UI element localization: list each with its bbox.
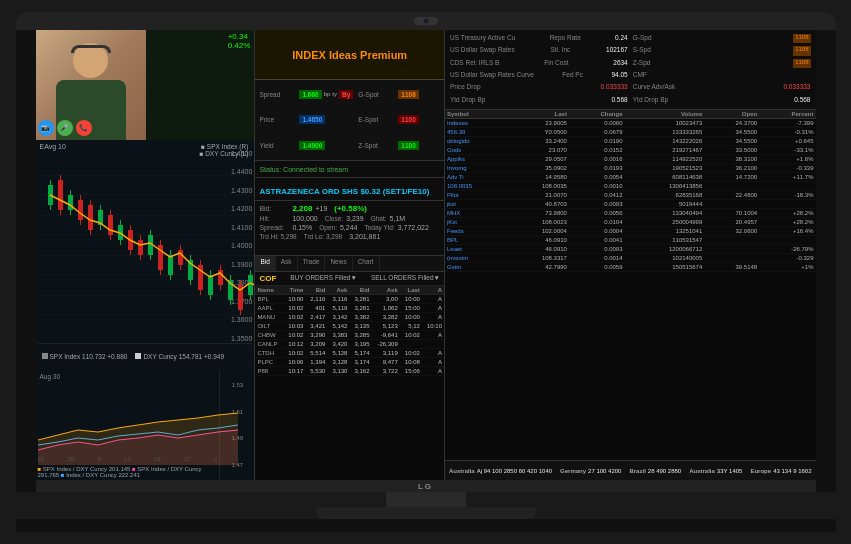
tab-chart[interactable]: Chart: [353, 256, 380, 271]
cof-row-plpc: PLPC10:061,3943,1283,1749,47710:08A: [255, 358, 444, 367]
candlestick-svg: [40, 155, 255, 355]
camera-control-btn[interactable]: 📷: [38, 120, 54, 136]
stock-row: Gstm42.79900.005915051567439.5148+1%: [445, 263, 816, 272]
screen-content: 📷 🎤 📞 +0.340.42% EAvg 10: [36, 30, 816, 480]
index-header: INDEX Ideas Premium: [255, 30, 444, 80]
stock-row: Gods23.0700.015221927146733.5000-33.1%: [445, 146, 816, 155]
stock-row: 456.39Y0.05000.067913333326534.5500-0.31…: [445, 128, 816, 137]
cof-row-bpl: BPL10:002,1163,1163,2813,0010:00A: [255, 295, 444, 304]
indicator-spx: SPX Index 110.732 +0.880: [42, 353, 128, 360]
monitor-bezel-top: [16, 12, 836, 30]
stock-row: (nvestm108.33170.0014102140005-0.329: [445, 254, 816, 263]
right-top-info: US Treasury Active Cu Repo Rate 0.24 G-S…: [445, 30, 816, 110]
bottom-charts: Aug 30 212851219272: [36, 370, 255, 480]
stock-table: Symbol Last Change Volume Open Percent: [445, 110, 816, 272]
stock-row: jKst108.00230.010425000499920.4957+28.2%: [445, 218, 816, 227]
monitor-stand: [316, 507, 536, 519]
video-section: 📷 🎤 📞 +0.340.42%: [36, 30, 255, 140]
stock-row: Pilot21.00700.04126283516822.4800-18.3%: [445, 191, 816, 200]
monitor-bottom-bezel: LG: [36, 480, 816, 492]
bottom-chart-left: Aug 30 212851219272: [36, 370, 220, 480]
tab-ask[interactable]: Ask: [276, 256, 298, 271]
video-chart-area: +0.340.42%: [146, 30, 255, 140]
main-chart: EAvg 10 1.4500 1.4400 1.4300 1.4200 1.41…: [36, 140, 255, 370]
tab-trade[interactable]: Trade: [298, 256, 326, 271]
stock-row: oblogido33.24000.019014322202634.5500+0.…: [445, 137, 816, 146]
person-headset: [71, 45, 111, 53]
middle-panel: INDEX Ideas Premium Spread 1.660 bp ty B…: [255, 30, 445, 480]
monitor-screen: 📷 🎤 📞 +0.340.42% EAvg 10: [36, 30, 816, 480]
cof-row-manu: MANU10:022,4173,1423,3823,28210:00A: [255, 313, 444, 322]
lg-logo: LG: [418, 482, 433, 491]
info-row-spread: Spread 1.660 bp ty By: [257, 82, 355, 107]
tabs-row: Bid Ask Trade News Chart: [255, 256, 444, 272]
cof-row-oilt: OILT10:033,4215,1423,1355,1235,1210:10: [255, 322, 444, 331]
mic-control-btn[interactable]: 🎤: [57, 120, 73, 136]
bottom-chart-svg: [38, 380, 258, 465]
stock-row: jkst40.87030.00935019444: [445, 200, 816, 209]
stock-row: Adv Ti14.95800.005460811463814.7200+11.7…: [445, 173, 816, 182]
monitor-outer: 📷 🎤 📞 +0.340.42% EAvg 10: [16, 12, 836, 532]
tab-news[interactable]: News: [325, 256, 352, 271]
chart-delta-label: +0.340.42%: [228, 32, 251, 50]
info-row-yield: Yield 1.4900: [257, 133, 355, 158]
info-row-espot: E-Spot 1100: [356, 108, 442, 133]
ticker-name: ASTRAZENECA ORD SHS $0.32 (SET1/FE10): [259, 187, 429, 196]
stock-row: Leaet46.09100.00931200066712-26.79%: [445, 245, 816, 254]
stock-row: BPL46.09100.0041110531547: [445, 236, 816, 245]
streaming-bar: Status: Connected to stream: [255, 160, 444, 178]
indicator-dxy: DXY Cuncy 154.781 +0.949: [135, 353, 224, 360]
monitor-camera: [414, 17, 438, 25]
stock-row: 108.0035108.00350.00101306413856: [445, 182, 816, 191]
stock-row: Feeds102.00040.00041325104132.0600+16.4%: [445, 227, 816, 236]
monitor-container: 📷 🎤 📞 +0.340.42% EAvg 10: [16, 12, 836, 532]
info-grid: Spread 1.660 bp ty By G-Spot 1108 Price: [255, 80, 444, 160]
end-call-btn[interactable]: 📞: [76, 120, 92, 136]
right-panel: US Treasury Active Cu Repo Rate 0.24 G-S…: [445, 30, 816, 480]
stock-row: Invomg35.09020.019319052152336.2100-0.33…: [445, 164, 816, 173]
left-panel: 📷 🎤 📞 +0.340.42% EAvg 10: [36, 30, 256, 480]
stock-table-section: Symbol Last Change Volume Open Percent: [445, 110, 816, 460]
monitor-foot: [16, 492, 836, 519]
cof-row-canlp: CANLP10:123,2093,4203,195-26,309: [255, 340, 444, 349]
index-title: INDEX Ideas Premium: [292, 49, 407, 61]
stock-row: MHX73.98000.005613304049470.1004+28.2%: [445, 209, 816, 218]
info-row-price: Price 1.4650: [257, 108, 355, 133]
chart-indicators: SPX Index 110.732 +0.880 DXY Cuncy 154.7…: [38, 343, 253, 368]
tab-bid[interactable]: Bid: [255, 256, 275, 271]
cof-row-chbw: CHBW10:023,2903,3833,285-9,64110:02A: [255, 331, 444, 340]
info-row-zspot: Z-Spot 1100: [356, 133, 442, 158]
info-row-gspot: G-Spot 1108: [356, 82, 442, 107]
cof-section: COF BUY ORDERS Filled▼ SELL ORDERS Fille…: [255, 272, 444, 480]
bottom-ticker-bar: Australia Aj 94 100 2850 60 420 1040 Ger…: [445, 460, 816, 480]
cof-row-p88: P8810:175,5303,1303,1623,72215:06A: [255, 367, 444, 376]
stream-status: Status: Connected to stream: [259, 166, 348, 173]
video-controls: 📷 🎤 📞: [38, 120, 92, 136]
chart-title: EAvg 10: [40, 143, 66, 150]
bid-ask-section: Bid: 2,208 +19 (+0.58%) Hit: 100,000 Clo…: [255, 201, 444, 256]
cof-row-aapl: AAPL10:024015,1193,2811,06215:00A: [255, 304, 444, 313]
bid-value: 2,208: [292, 204, 312, 213]
stock-row: Applks29.05070.001611492252038.3100+1.6%: [445, 155, 816, 164]
video-person: 📷 🎤 📞: [36, 30, 146, 140]
cof-row-ctdh: CTDH10:025,5145,1285,1743,11910:02A: [255, 349, 444, 358]
cof-header-row: COF BUY ORDERS Filled▼ SELL ORDERS Fille…: [255, 272, 444, 286]
cof-table: Name Time Bid Ask Bid Ask Last A: [255, 286, 444, 376]
monitor-neck: [386, 492, 466, 507]
stock-row: Indexes23.90050.00601002347324.3700-7.39…: [445, 119, 816, 128]
